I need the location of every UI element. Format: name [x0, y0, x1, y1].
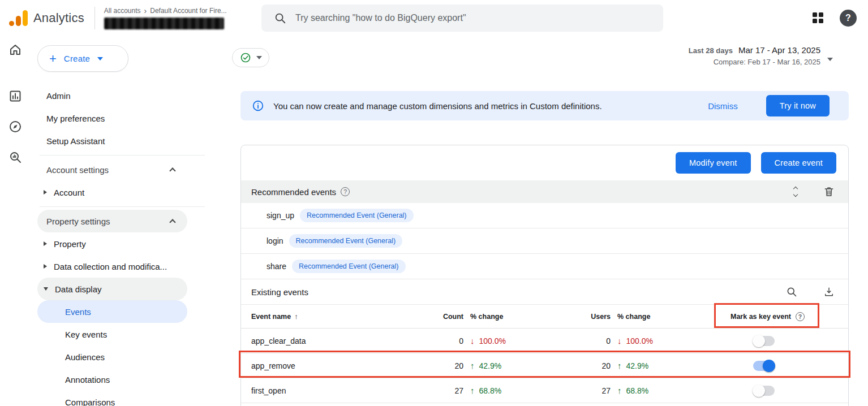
- create-event-button[interactable]: Create event: [761, 152, 836, 174]
- sidebar-item-label: Comparisons: [37, 398, 115, 406]
- event-count: 0: [429, 336, 463, 345]
- key-event-toggle[interactable]: [753, 386, 775, 396]
- event-name: app_remove: [241, 361, 429, 370]
- account-switcher[interactable]: All accounts › Default Account for Fire.…: [104, 7, 227, 29]
- analytics-admin-page: Analytics All accounts › Default Account…: [0, 0, 868, 406]
- nav-home-button[interactable]: [0, 38, 31, 61]
- toggle-knob: [753, 335, 765, 347]
- home-icon: [8, 43, 22, 57]
- count-change-value: 100.0%: [479, 336, 506, 345]
- users-change-value: 68.8%: [626, 386, 649, 395]
- dismiss-button[interactable]: Dismiss: [708, 101, 738, 111]
- help-icon[interactable]: ?: [840, 10, 857, 27]
- chevron-up-icon: [793, 187, 798, 191]
- count-change-cell: ↑ 68.8%: [463, 386, 583, 395]
- try-it-now-button[interactable]: Try it now: [766, 95, 830, 116]
- redacted-account-name: [104, 18, 224, 29]
- analytics-home-link[interactable]: Analytics: [0, 10, 84, 26]
- admin-sidebar: + Create Admin My preferences Setup Assi…: [31, 36, 215, 406]
- chevron-right-icon: ›: [144, 8, 147, 14]
- property-status-dropdown[interactable]: [232, 48, 269, 67]
- reports-icon: [8, 89, 22, 103]
- app-name: Analytics: [33, 11, 84, 25]
- events-card: Modify event Create event Recommended ev…: [240, 145, 849, 406]
- help-tooltip-icon[interactable]: ?: [796, 312, 805, 321]
- sidebar-item-data-collection[interactable]: Data collection and modifica...: [37, 255, 187, 278]
- date-compare-value: Compare: Feb 17 - Mar 16, 2025: [689, 58, 820, 66]
- users-change-cell: ↑ 68.8%: [611, 386, 731, 395]
- sidebar-item-label: My preferences: [37, 114, 105, 123]
- download-button[interactable]: [823, 286, 835, 297]
- column-header-users-change[interactable]: % change: [611, 313, 731, 321]
- trash-icon: [823, 186, 835, 197]
- sort-icon[interactable]: [794, 187, 797, 196]
- help-tooltip-icon[interactable]: ?: [341, 187, 350, 196]
- sidebar-item-label: Events: [37, 307, 91, 317]
- modify-event-button[interactable]: Modify event: [676, 152, 751, 174]
- apps-grid-icon[interactable]: [813, 12, 824, 24]
- search-bar[interactable]: [261, 5, 663, 32]
- table-search-button[interactable]: [786, 286, 797, 297]
- recommended-event-row: share Recommended Event (General): [241, 254, 848, 279]
- event-table-row: first_open 27 ↑ 68.8% 27 ↑ 68.8%: [241, 378, 848, 403]
- sidebar-item-key-events[interactable]: Key events: [37, 323, 187, 345]
- event-name: share: [267, 262, 286, 271]
- left-nav-rail: [0, 36, 31, 406]
- breadcrumb-current-account: Default Account for Fire...: [150, 7, 226, 15]
- column-label: Mark as key event: [731, 313, 791, 321]
- breadcrumb-all-accounts[interactable]: All accounts: [104, 7, 141, 15]
- recommended-event-badge: Recommended Event (General): [292, 260, 405, 273]
- trend-up-icon: ↑: [470, 361, 475, 370]
- date-preset-label: Last 28 days: [689, 46, 733, 55]
- column-label: Event name: [251, 313, 291, 321]
- top-bar: Analytics All accounts › Default Account…: [0, 0, 868, 36]
- sidebar-item-property[interactable]: Property: [37, 232, 187, 255]
- sidebar-item-label: Admin: [37, 91, 71, 101]
- explore-icon: [8, 120, 22, 133]
- sidebar-item-events[interactable]: Events: [37, 300, 187, 323]
- event-name: sign_up: [267, 211, 294, 220]
- collapse-arrow-icon: [44, 287, 48, 291]
- sidebar-item-comparisons[interactable]: Comparisons: [37, 391, 187, 406]
- section-label: Account settings: [37, 165, 109, 175]
- column-header-users[interactable]: Users: [583, 313, 611, 321]
- search-input[interactable]: [295, 5, 658, 32]
- sidebar-item-my-preferences[interactable]: My preferences: [37, 107, 187, 129]
- column-header-count[interactable]: Count: [429, 313, 463, 321]
- existing-events-header: Existing events: [241, 279, 848, 305]
- sidebar-section-account-settings[interactable]: Account settings: [37, 158, 187, 181]
- chevron-down-icon[interactable]: [827, 58, 833, 61]
- chevron-down-icon: [97, 57, 103, 61]
- nav-reports-button[interactable]: [0, 85, 31, 107]
- breadcrumb: All accounts › Default Account for Fire.…: [104, 7, 227, 15]
- help-glyph: ?: [845, 13, 851, 23]
- sidebar-item-annotations[interactable]: Annotations: [37, 368, 187, 391]
- nav-explore-button[interactable]: [0, 115, 31, 138]
- sidebar-section-property-settings[interactable]: Property settings: [37, 210, 187, 232]
- sidebar-item-account[interactable]: Account: [37, 181, 187, 204]
- column-header-count-change[interactable]: % change: [463, 313, 583, 321]
- event-count: 27: [429, 386, 463, 395]
- recommended-event-row: sign_up Recommended Event (General): [241, 203, 848, 228]
- key-event-toggle[interactable]: [753, 361, 775, 371]
- sidebar-item-admin[interactable]: Admin: [37, 84, 187, 107]
- sidebar-item-label: Account: [47, 188, 84, 197]
- events-table-header: Event name ↑ Count % change Users % chan…: [241, 305, 848, 329]
- sidebar-item-data-display[interactable]: Data display: [37, 278, 187, 300]
- users-change-value: 42.9%: [626, 361, 649, 370]
- event-users: 27: [583, 386, 611, 395]
- sidebar-item-audiences[interactable]: Audiences: [37, 345, 187, 368]
- event-name: login: [267, 236, 283, 245]
- nav-advertising-button[interactable]: [0, 146, 31, 169]
- delete-button[interactable]: [823, 186, 835, 197]
- create-button[interactable]: + Create: [37, 45, 128, 72]
- count-change-value: 68.8%: [479, 386, 502, 395]
- trend-down-icon: ↓: [617, 336, 622, 345]
- event-count: 20: [429, 361, 463, 370]
- column-header-event-name[interactable]: Event name ↑: [241, 312, 429, 321]
- sidebar-item-setup-assistant[interactable]: Setup Assistant: [37, 129, 187, 152]
- recommended-event-badge: Recommended Event (General): [300, 209, 413, 222]
- divider: [40, 155, 205, 156]
- key-event-toggle[interactable]: [753, 336, 775, 346]
- date-range-picker[interactable]: Last 28 daysMar 17 - Apr 13, 2025 Compar…: [689, 45, 820, 66]
